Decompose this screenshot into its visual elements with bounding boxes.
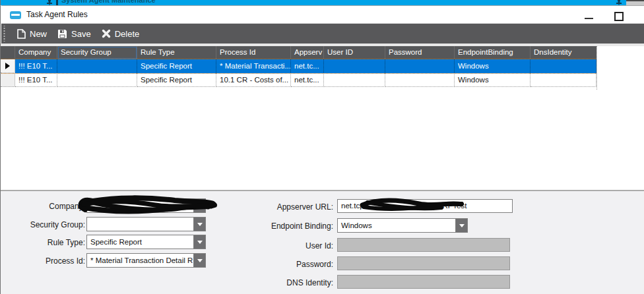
cell-rule-type[interactable]: Specific Report xyxy=(137,59,216,73)
dock-strip-right-stub xyxy=(626,0,644,5)
cell-rule-type[interactable]: Specific Report xyxy=(137,73,216,87)
appserver-url-suffix: ERPTest xyxy=(437,202,467,210)
cell-process-id[interactable]: * Material Transacti... xyxy=(216,59,291,73)
row-selector-cell[interactable] xyxy=(1,73,15,87)
rules-grid: Company Security Group Rule Type Process… xyxy=(1,46,596,87)
company-label: Company: xyxy=(5,202,85,211)
cell-appserver[interactable]: net.tc... xyxy=(291,59,324,73)
dock-tab-title[interactable]: System Agent Maintenance xyxy=(61,0,156,4)
cell-password[interactable] xyxy=(385,59,455,73)
rule-type-value: Specific Report xyxy=(87,235,193,249)
cell-company[interactable]: !!! E10 T... xyxy=(15,73,57,87)
window-title: Task Agent Rules xyxy=(26,10,88,19)
save-button-label: Save xyxy=(71,29,91,39)
title-bar: Task Agent Rules xyxy=(1,5,644,24)
minimize-button[interactable] xyxy=(585,18,593,19)
process-id-label: Process Id: xyxy=(5,256,85,266)
cell-user-id[interactable] xyxy=(324,73,385,87)
delete-x-icon xyxy=(102,29,111,38)
grid-header-user-id[interactable]: User ID xyxy=(324,46,385,59)
new-document-icon xyxy=(16,29,26,39)
delete-button-label: Delete xyxy=(115,29,140,39)
save-button[interactable]: Save xyxy=(52,26,96,42)
appserver-url-label: Appserver URL: xyxy=(251,202,333,212)
window-icon xyxy=(10,11,21,19)
chevron-down-icon[interactable] xyxy=(455,219,467,232)
table-row[interactable]: !!! E10 T... Specific Report * Material … xyxy=(1,59,596,73)
dns-identity-label: DNS Identity: xyxy=(251,278,333,287)
process-id-value: * Material Transaction Detail R xyxy=(87,254,193,267)
grid-header-appserver[interactable]: Appserv xyxy=(291,46,324,59)
chevron-down-icon[interactable] xyxy=(193,218,205,231)
table-row[interactable]: !!! E10 T... Specific Report 10.1 CR - C… xyxy=(1,73,596,87)
rule-type-label: Rule Type: xyxy=(5,238,85,247)
grid-header-process-id[interactable]: Process Id xyxy=(216,46,291,59)
new-button-label: New xyxy=(30,29,47,39)
current-row-arrow-icon xyxy=(5,63,10,69)
grid-right-edge xyxy=(596,46,597,90)
password-field xyxy=(337,256,510,270)
company-value xyxy=(87,199,193,212)
grid-header-endpoint-binding[interactable]: EndpointBinding xyxy=(455,46,531,59)
process-id-combo[interactable]: * Material Transaction Detail R xyxy=(86,253,206,268)
new-button[interactable]: New xyxy=(11,26,52,42)
pin-icon[interactable] xyxy=(46,0,53,5)
cell-endpoint-binding[interactable]: Windows xyxy=(455,73,531,87)
chevron-down-icon[interactable] xyxy=(193,254,205,267)
cell-dns-identity[interactable] xyxy=(531,59,596,73)
endpoint-binding-combo[interactable]: Windows xyxy=(337,218,468,233)
appserver-url-prefix: net.tcp: xyxy=(341,202,366,210)
cell-appserver[interactable]: net.tc... xyxy=(291,73,324,87)
row-selector-cell[interactable] xyxy=(1,59,15,73)
dock-tab-separator xyxy=(56,0,58,5)
grid-header-company[interactable]: Company xyxy=(15,46,57,59)
grid-header-dns-identity[interactable]: DnsIdentity xyxy=(531,46,596,59)
grid-header-password[interactable]: Password xyxy=(385,46,455,59)
task-agent-rules-window: System Agent Maintenance Task Agent Rule… xyxy=(0,0,644,294)
rule-type-combo[interactable]: Specific Report xyxy=(86,235,206,249)
user-id-field xyxy=(337,238,510,252)
pin-icon[interactable] xyxy=(615,0,623,5)
cell-process-id[interactable]: 10.1 CR - Costs of... xyxy=(216,73,291,87)
user-id-label: User Id: xyxy=(251,241,333,250)
grid-header-selector xyxy=(1,46,15,59)
cell-security-group[interactable] xyxy=(57,73,137,87)
cell-user-id[interactable] xyxy=(324,59,385,73)
cell-company[interactable]: !!! E10 T... xyxy=(15,59,57,73)
dock-tab-strip: System Agent Maintenance xyxy=(1,0,626,5)
grid-header-rule-type[interactable]: Rule Type xyxy=(137,46,216,59)
grid-header-row: Company Security Group Rule Type Process… xyxy=(1,46,596,59)
endpoint-binding-label: Endpoint Binding: xyxy=(251,221,333,231)
delete-button[interactable]: Delete xyxy=(96,26,145,42)
grid-header-security-group[interactable]: Security Group xyxy=(57,46,137,59)
security-group-label: Security Group: xyxy=(5,220,85,229)
toolbar-grip[interactable] xyxy=(3,26,6,42)
endpoint-binding-value: Windows xyxy=(338,219,455,232)
toolbar: New Save Delete xyxy=(1,24,644,44)
appserver-url-input[interactable]: net.tcp:ERPTest xyxy=(337,199,513,213)
maximize-button[interactable] xyxy=(614,12,624,21)
dns-identity-field xyxy=(337,275,510,289)
security-group-combo[interactable] xyxy=(86,217,206,231)
company-combo[interactable] xyxy=(86,198,206,213)
chevron-down-icon[interactable] xyxy=(193,235,205,249)
cell-security-group[interactable] xyxy=(57,59,137,73)
security-group-value xyxy=(87,218,193,231)
cell-dns-identity[interactable] xyxy=(531,73,596,87)
cell-endpoint-binding[interactable]: Windows xyxy=(455,59,531,73)
chevron-down-icon[interactable] xyxy=(193,199,205,212)
password-label: Password: xyxy=(251,260,333,269)
save-floppy-icon xyxy=(57,29,67,39)
cell-password[interactable] xyxy=(385,73,455,87)
